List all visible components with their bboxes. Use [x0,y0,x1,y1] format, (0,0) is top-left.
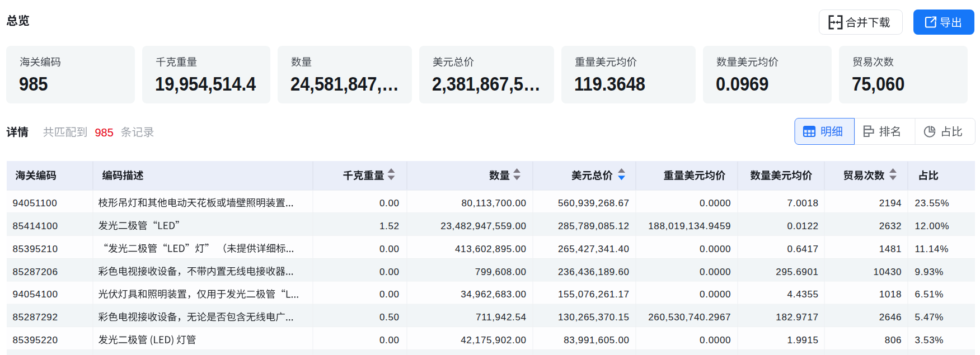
svg-text:0.0000: 0.0000 [700,335,731,345]
svg-text:285,789,085.12: 285,789,085.12 [558,221,630,231]
svg-text:711,942.54: 711,942.54 [476,312,527,323]
svg-text:85414100: 85414100 [13,221,58,231]
svg-text:83,991,605.00: 83,991,605.00 [564,335,630,345]
svg-text:23.55%: 23.55% [915,198,950,209]
svg-text:23,482,947,559.00: 23,482,947,559.00 [440,221,526,231]
svg-text:19,954,514.4: 19,954,514.4 [155,73,256,94]
svg-text:799,608.00: 799,608.00 [475,267,527,277]
svg-text:85287206: 85287206 [13,267,58,277]
svg-text:0.00: 0.00 [379,267,400,277]
svg-text:155,076,261.17: 155,076,261.17 [558,289,630,300]
svg-text:130,265,370.15: 130,265,370.15 [558,312,630,323]
svg-text:0.00: 0.00 [379,335,400,345]
svg-text:236,436,189.60: 236,436,189.60 [558,267,630,277]
svg-text:985: 985 [19,73,48,94]
svg-text:0.00: 0.00 [379,198,400,209]
svg-text:295.6901: 295.6901 [776,267,818,277]
svg-text:806: 806 [885,335,902,345]
svg-text:85395210: 85395210 [13,244,58,254]
svg-text:11.14%: 11.14% [915,244,949,254]
svg-text:5.47%: 5.47% [915,312,944,323]
svg-text:2646: 2646 [879,312,902,323]
svg-text:0.00: 0.00 [379,244,400,254]
svg-text:9.93%: 9.93% [915,267,944,277]
svg-text:1018: 1018 [879,289,902,300]
svg-text:0.0000: 0.0000 [700,289,731,300]
svg-text:80,113,700.00: 80,113,700.00 [461,198,526,209]
svg-text:1481: 1481 [879,244,902,254]
svg-text:85287292: 85287292 [13,312,58,323]
svg-text:0.6417: 0.6417 [787,244,819,254]
svg-text:0.0122: 0.0122 [787,221,819,231]
svg-text:1.9915: 1.9915 [787,335,819,345]
svg-text:4.4355: 4.4355 [787,289,819,300]
svg-text:2632: 2632 [879,221,902,231]
svg-text:1.52: 1.52 [379,221,400,231]
svg-text:0.0000: 0.0000 [700,244,731,254]
svg-text:7.0018: 7.0018 [787,198,819,209]
svg-text:0.0000: 0.0000 [700,267,731,277]
svg-text:0.0000: 0.0000 [700,198,731,209]
svg-text:42,175,902.00: 42,175,902.00 [461,335,527,345]
svg-text:265,427,341.40: 265,427,341.40 [558,244,630,254]
svg-text:2194: 2194 [879,198,902,209]
svg-text:3.53%: 3.53% [915,335,944,345]
svg-text:34,962,683.00: 34,962,683.00 [461,289,527,300]
svg-text:182.9717: 182.9717 [776,312,818,323]
svg-text:0.0969: 0.0969 [716,73,768,94]
svg-text:94051100: 94051100 [13,198,58,209]
svg-text:413,602,895.00: 413,602,895.00 [455,244,527,254]
svg-text:119.3648: 119.3648 [574,73,645,94]
svg-text:85395220: 85395220 [13,335,58,345]
svg-text:560,939,268.67: 560,939,268.67 [558,198,630,209]
svg-text:94054100: 94054100 [13,289,58,300]
svg-text:985: 985 [95,126,114,139]
svg-text:6.51%: 6.51% [915,289,944,300]
svg-text:24,581,847,…: 24,581,847,… [290,73,399,94]
svg-text:188,019,134.9459: 188,019,134.9459 [648,221,731,231]
svg-text:75,060: 75,060 [852,73,904,94]
svg-text:0.50: 0.50 [379,312,400,323]
svg-text:10430: 10430 [874,267,902,277]
svg-text:2,381,867,5…: 2,381,867,5… [432,73,541,94]
svg-text:0.00: 0.00 [379,289,400,300]
svg-text:260,530,740.2967: 260,530,740.2967 [648,312,731,323]
svg-text:12.00%: 12.00% [915,221,950,231]
